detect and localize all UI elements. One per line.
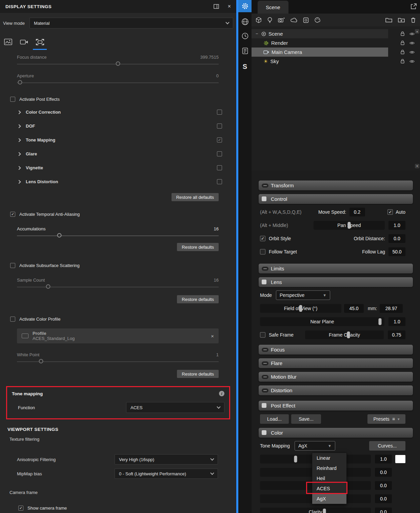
tree-row-render[interactable]: Render [252, 38, 420, 48]
close-icon[interactable]: × [228, 3, 231, 10]
lock-icon[interactable] [401, 32, 404, 36]
scroll-up-icon[interactable]: ▴ [415, 29, 419, 34]
clarity-value[interactable]: 0.0 [375, 508, 392, 513]
tree-row-main-camera[interactable]: Main Camera [252, 48, 420, 57]
restore-defaults-button[interactable]: Restore defaults [177, 295, 219, 303]
post-slider-value[interactable]: 0.0 [375, 494, 392, 503]
activate-color-profile-checkbox[interactable] [10, 317, 15, 322]
chevron-right-icon[interactable] [17, 138, 21, 142]
glare-checkbox[interactable] [217, 151, 222, 156]
tone-mapping-select[interactable]: AgX ▼ [295, 441, 335, 451]
lens-distortion-checkbox[interactable] [217, 179, 222, 184]
tree-row-sky[interactable]: ☀ Sky [252, 57, 420, 66]
white-point-slider[interactable] [17, 358, 219, 366]
tab-scene[interactable]: Scene [258, 1, 288, 14]
color-profile-field[interactable]: Profile ACES_Standard_Log × [17, 328, 219, 343]
section-color[interactable]: Color [259, 428, 413, 438]
dof-checkbox[interactable] [217, 124, 222, 129]
aperture-slider[interactable] [17, 79, 219, 87]
history-clock-icon[interactable] [238, 30, 252, 42]
section-control[interactable]: Control [259, 194, 413, 204]
vignette-checkbox[interactable] [217, 165, 222, 170]
section-focus[interactable]: Focus [259, 345, 413, 355]
lens-mode-select[interactable]: Perspective ▼ [276, 290, 330, 300]
focus-distance-slider[interactable] [17, 60, 219, 68]
section-post-effect[interactable]: Post Effect [259, 401, 413, 411]
exposure-value[interactable]: 1.0 [375, 455, 392, 463]
menu-item-aces[interactable]: ACES [312, 483, 346, 494]
add-environment-icon[interactable] [291, 18, 297, 22]
new-folder-icon[interactable] [385, 17, 392, 23]
follow-target-checkbox[interactable] [260, 249, 265, 254]
sample-count-slider[interactable] [17, 283, 219, 291]
add-light-icon[interactable] [267, 17, 272, 23]
show-camera-frame-checkbox[interactable] [18, 506, 23, 511]
follow-lag-value[interactable]: 50.0 [388, 247, 405, 256]
restore-defaults-button[interactable]: Restore defaults [177, 243, 219, 251]
visibility-eye-icon[interactable] [409, 41, 415, 45]
collapse-icon[interactable]: − [256, 31, 259, 36]
section-distortion[interactable]: Distortion [259, 385, 413, 395]
add-camera-icon[interactable] [278, 17, 285, 23]
near-plane-value[interactable]: 1.0 [388, 317, 405, 326]
safe-frame-checkbox[interactable] [260, 332, 265, 338]
lock-icon[interactable] [401, 41, 404, 45]
frame-opacity-value[interactable]: 0.75 [388, 330, 405, 339]
tree-row-scene[interactable]: − Scene [252, 29, 420, 38]
materials-icon[interactable] [315, 17, 321, 23]
chevron-right-icon[interactable] [17, 166, 21, 170]
color-swatch[interactable] [395, 455, 405, 463]
info-icon[interactable]: i [219, 391, 224, 396]
add-geometry-icon[interactable] [256, 17, 262, 23]
accumulations-slider[interactable] [17, 232, 219, 240]
move-speed-input[interactable]: 0.2 [349, 208, 365, 216]
chevron-right-icon[interactable] [17, 152, 21, 156]
fov-value[interactable]: 45.0 [344, 304, 364, 313]
section-limits[interactable]: Limits [259, 264, 413, 273]
menu-item-agx[interactable]: AgX [312, 494, 346, 504]
log-list-icon[interactable] [238, 45, 252, 57]
restore-defaults-button[interactable]: Restore defaults [177, 370, 219, 378]
visibility-eye-icon[interactable] [409, 51, 415, 54]
tone-mapping-function-select[interactable]: ACES [126, 402, 224, 413]
settings-tool-icon[interactable] [238, 0, 252, 12]
menu-item-reinhard[interactable]: Reinhard [312, 463, 346, 473]
restore-all-defaults-button[interactable]: Restore all defaults [172, 193, 219, 201]
orbit-style-checkbox[interactable] [260, 236, 265, 241]
view-mode-select[interactable]: Material [29, 18, 233, 28]
orbit-distance-value[interactable]: 0.0 [388, 234, 405, 243]
activate-sss-checkbox[interactable] [10, 263, 15, 268]
presets-button[interactable]: Presets ≡ ▾ [367, 414, 405, 424]
pop-out-icon[interactable] [411, 3, 417, 10]
menu-item-linear[interactable]: Linear [312, 453, 346, 463]
render-globe-icon[interactable] [238, 16, 252, 28]
chevron-right-icon[interactable] [17, 180, 21, 184]
tab-video-camera[interactable] [16, 34, 32, 50]
load-button[interactable]: Load... [260, 414, 289, 424]
section-motion-blur[interactable]: Motion Blur [259, 372, 413, 382]
near-plane-slider[interactable]: Near Plane [260, 317, 384, 326]
section-lens[interactable]: Lens [259, 277, 413, 287]
tab-image[interactable] [0, 34, 16, 50]
tone-mapping-checkbox[interactable] [217, 137, 222, 142]
s-logo-icon[interactable]: S [238, 60, 252, 73]
activate-post-effects-checkbox[interactable] [10, 97, 15, 102]
clarity-slider[interactable]: Clarity [260, 508, 371, 513]
pan-speed-value[interactable]: 1.0 [388, 221, 405, 230]
color-correction-checkbox[interactable] [217, 110, 222, 115]
mm-value[interactable]: 28.97 [380, 304, 403, 313]
auto-checkbox[interactable] [387, 209, 393, 215]
mipmap-bias-select[interactable]: 0 - Soft (Lightweight Performance) [115, 469, 218, 479]
fov-slider[interactable]: Field of View (°) [260, 304, 341, 313]
post-slider-value[interactable]: 0.0 [375, 481, 392, 490]
scroll-down-icon[interactable]: ▾ [415, 164, 419, 168]
activate-taa-checkbox[interactable] [10, 212, 15, 217]
chevron-right-icon[interactable] [17, 124, 21, 128]
delete-icon[interactable] [411, 17, 416, 23]
curves-button[interactable]: Curves... [369, 441, 405, 451]
pan-speed-slider[interactable]: Pan Speed [314, 221, 385, 230]
save-button[interactable]: Save... [291, 414, 321, 424]
section-transform[interactable]: Transform [259, 180, 413, 190]
lock-icon[interactable] [401, 59, 404, 63]
anisotropic-filtering-select[interactable]: Very High (16spp) [115, 454, 218, 464]
